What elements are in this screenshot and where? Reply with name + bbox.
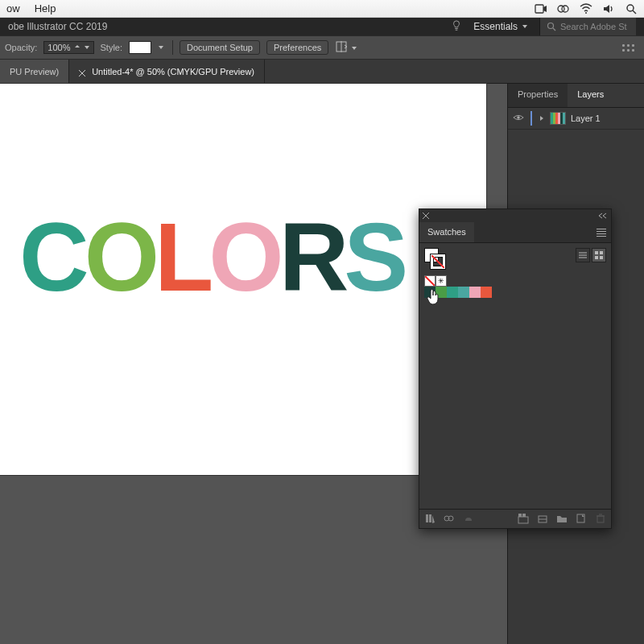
swatch-color[interactable] <box>447 287 458 298</box>
document-tab-strip: PU Preview) Untitled-4* @ 50% (CMYK/GPU … <box>0 60 644 84</box>
svg-rect-24 <box>426 514 428 522</box>
tab-label: PU Preview) <box>10 67 59 76</box>
search-adobe-stock[interactable]: Search Adobe St <box>539 18 636 35</box>
canvas-letter: R <box>279 208 345 305</box>
opacity-field[interactable]: 100% <box>43 41 93 54</box>
panel-dots-icon[interactable] <box>622 44 634 52</box>
grid-view-icon[interactable] <box>592 248 606 262</box>
svg-rect-34 <box>597 516 604 522</box>
svg-rect-22 <box>595 256 598 259</box>
svg-rect-21 <box>600 251 603 254</box>
chevron-right-icon[interactable] <box>539 114 545 123</box>
swatch-options-icon <box>463 513 474 526</box>
layer-row[interactable]: Layer 1 <box>508 108 644 130</box>
trash-icon <box>595 513 606 526</box>
close-icon[interactable] <box>423 211 429 221</box>
svg-rect-30 <box>522 514 526 517</box>
swatch-none[interactable] <box>424 275 436 287</box>
svg-rect-20 <box>595 251 598 254</box>
visibility-icon[interactable] <box>513 112 524 125</box>
tab-properties[interactable]: Properties <box>508 84 568 107</box>
swatch-color[interactable] <box>458 287 469 298</box>
divider <box>172 40 173 55</box>
mac-menubar: ow Help <box>0 0 644 18</box>
canvas-letter: O <box>85 208 155 305</box>
canvas-letter: L <box>155 208 208 305</box>
app-title: obe Illustrator CC 2019 <box>8 21 107 32</box>
svg-line-9 <box>553 28 555 31</box>
svg-rect-29 <box>518 514 522 517</box>
panel-titlebar[interactable] <box>419 209 611 222</box>
document-tab-1[interactable]: Untitled-4* @ 50% (CMYK/GPU Preview) <box>69 60 265 83</box>
svg-line-5 <box>633 10 636 14</box>
swatch-color[interactable] <box>481 287 492 298</box>
align-dropdown-icon[interactable] <box>351 43 357 52</box>
align-icon[interactable] <box>335 40 348 55</box>
canvas-letter: O <box>208 208 279 305</box>
canvas[interactable]: COLORS <box>0 84 486 475</box>
show-kinds-icon[interactable] <box>444 513 455 526</box>
folder-icon[interactable] <box>556 513 568 526</box>
fill-stroke-indicator[interactable] <box>424 248 445 269</box>
workspace-switcher[interactable]: Essentials <box>473 21 528 32</box>
spotlight-icon[interactable] <box>625 2 638 15</box>
volume-icon[interactable] <box>602 2 615 15</box>
screenrec-icon[interactable] <box>535 2 547 15</box>
collapse-icon[interactable] <box>598 211 608 221</box>
cursor-icon <box>426 288 440 308</box>
style-swatch[interactable] <box>129 41 151 54</box>
opacity-value: 100% <box>47 43 70 52</box>
swatch-registration[interactable] <box>436 275 447 287</box>
svg-rect-33 <box>577 514 584 522</box>
style-dropdown-icon[interactable] <box>158 45 166 50</box>
stroke-swatch[interactable] <box>431 254 445 269</box>
style-label: Style: <box>101 43 123 52</box>
tab-layers[interactable]: Layers <box>568 84 613 107</box>
layer-name[interactable]: Layer 1 <box>571 114 601 123</box>
list-view-icon[interactable] <box>576 248 590 262</box>
panel-menu[interactable] <box>474 222 611 242</box>
canvas-text-colors: COLORS <box>19 208 403 305</box>
wifi-icon[interactable] <box>580 2 592 15</box>
close-icon[interactable] <box>79 68 85 75</box>
svg-point-14 <box>517 116 520 119</box>
svg-rect-0 <box>535 5 543 13</box>
svg-point-3 <box>585 12 587 14</box>
workspace-area: COLORS Properties Layers Layer 1 Swatche… <box>0 84 644 644</box>
canvas-letter: S <box>344 208 403 305</box>
menu-window[interactable]: ow <box>6 2 20 14</box>
swatch-color[interactable] <box>469 287 481 298</box>
document-setup-button[interactable]: Document Setup <box>180 40 260 55</box>
learn-icon[interactable] <box>451 20 462 34</box>
workspace-label: Essentials <box>473 21 518 32</box>
document-tab-0[interactable]: PU Preview) <box>0 60 69 83</box>
svg-point-8 <box>548 23 554 29</box>
svg-rect-25 <box>429 514 431 522</box>
preferences-button[interactable]: Preferences <box>266 40 328 55</box>
opacity-label: Opacity: <box>5 43 37 52</box>
swatch-libraries-icon[interactable] <box>424 513 436 526</box>
hamburger-icon <box>597 229 606 237</box>
svg-rect-23 <box>600 256 603 259</box>
svg-point-4 <box>627 5 634 11</box>
creative-cloud-icon[interactable] <box>557 2 570 15</box>
tab-label: Untitled-4* @ 50% (CMYK/GPU Preview) <box>92 67 254 76</box>
search-placeholder: Search Adobe St <box>560 22 627 31</box>
menu-help[interactable]: Help <box>35 2 56 14</box>
app-titlebar: obe Illustrator CC 2019 Essentials Searc… <box>0 18 644 35</box>
svg-rect-28 <box>518 517 528 523</box>
layer-thumbnail <box>550 112 566 125</box>
canvas-letter: C <box>19 208 85 305</box>
swatches-panel[interactable]: Swatches <box>419 208 612 529</box>
control-bar: Opacity: 100% Style: Document Setup Pref… <box>0 35 644 60</box>
new-icon[interactable] <box>576 513 587 526</box>
new-swatch-icon[interactable] <box>537 513 548 526</box>
layer-color-bar <box>530 111 532 126</box>
svg-point-2 <box>562 6 568 12</box>
swatches-tab[interactable]: Swatches <box>419 222 474 242</box>
new-color-group-icon[interactable] <box>518 513 529 526</box>
